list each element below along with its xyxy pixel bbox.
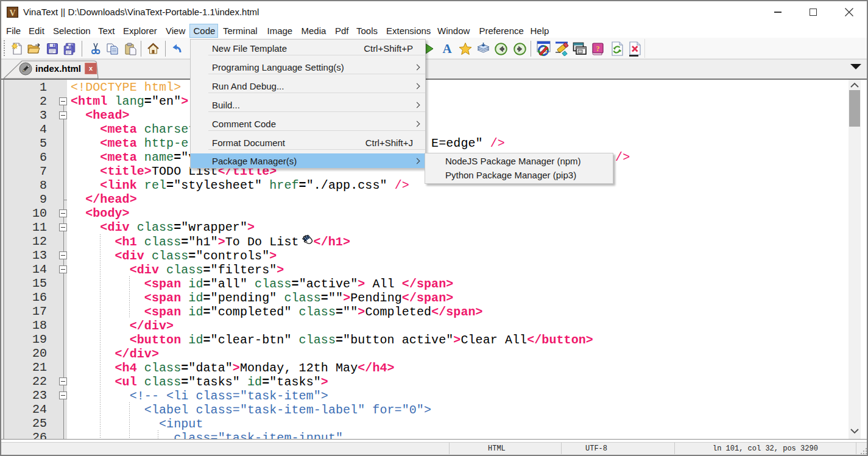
svg-text:A: A <box>442 42 452 55</box>
svg-text:?: ? <box>596 44 600 53</box>
